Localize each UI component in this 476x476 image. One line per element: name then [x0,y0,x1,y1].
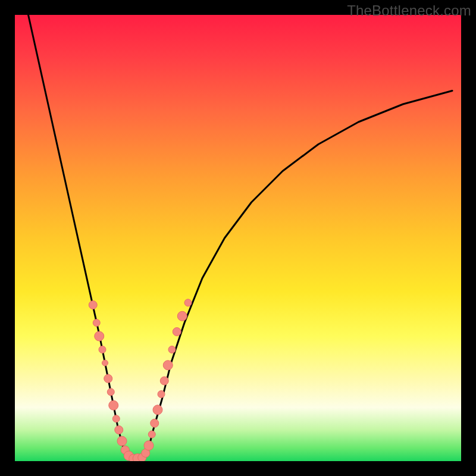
data-marker [173,328,181,336]
plot-area [15,15,461,461]
data-marker [104,374,112,383]
data-marker [109,400,118,410]
data-marker [102,360,108,366]
data-marker [158,391,165,398]
data-marker [177,311,187,321]
data-marker [148,431,155,438]
data-marker [168,346,176,353]
data-marker [115,426,123,434]
bottleneck-curve [29,15,453,460]
bottleneck-curve-svg [15,15,461,461]
data-marker [112,415,120,422]
data-marker [153,405,162,415]
watermark-text: TheBottleneck.com [347,2,471,19]
data-marker [107,389,114,396]
data-marker [184,299,192,306]
curve-group [29,15,453,460]
chart-frame: TheBottleneck.com [0,0,476,476]
data-marker [93,320,100,327]
data-marker [151,419,159,427]
data-marker [160,377,168,385]
data-marker [99,346,106,353]
data-marker [144,441,154,450]
data-marker [117,436,127,446]
data-marker [163,361,173,370]
marker-group [89,299,192,461]
data-marker [95,331,104,341]
data-marker [89,301,97,309]
